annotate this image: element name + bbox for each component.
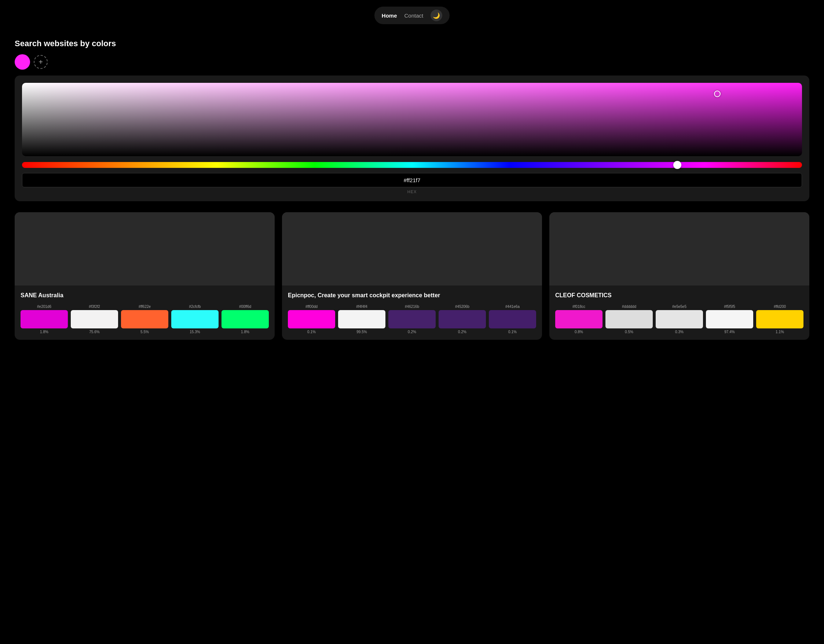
palette-pct: 0.2% — [458, 330, 466, 334]
result-card[interactable]: CLEOF COSMETICS#f018cc0.8%#dddddd0.5%#e5… — [549, 212, 809, 340]
palette-hex-label: #e201d6 — [37, 305, 51, 309]
nav-contact[interactable]: Contact — [404, 12, 423, 19]
palette-hex-label: #f3f2f2 — [89, 305, 100, 309]
gradient-handle[interactable] — [714, 90, 721, 97]
color-palette-row: #f018cc0.8%#dddddd0.5%#e5e5e50.3%#f5f5f5… — [555, 305, 804, 334]
palette-pct: 0.1% — [508, 330, 517, 334]
palette-swatch[interactable] — [71, 310, 118, 328]
dark-mode-toggle[interactable]: 🌙 — [430, 9, 442, 21]
palette-hex-label: #ff00dd — [306, 305, 318, 309]
result-card-image — [549, 212, 809, 285]
palette-pct: 0.3% — [675, 330, 684, 334]
color-picker: HEX — [15, 75, 809, 201]
color-palette-row: #ff00dd0.1%#f4f4f499.5%#46216b0.2%#45206… — [288, 305, 536, 334]
palette-item: #46216b0.2% — [388, 305, 436, 334]
result-card-image — [282, 212, 542, 285]
result-card-title: Epicnpoc, Create your smart cockpit expe… — [288, 291, 536, 299]
palette-hex-label: #f018cc — [572, 305, 585, 309]
palette-pct: 15.3% — [190, 330, 200, 334]
palette-hex-label: #f5f5f5 — [724, 305, 735, 309]
palette-pct: 75.6% — [89, 330, 99, 334]
navigation: Home Contact 🌙 — [0, 0, 824, 28]
palette-item: #ff00dd0.1% — [288, 305, 335, 334]
palette-pct: 0.1% — [307, 330, 316, 334]
palette-item: #ffd2001.1% — [756, 305, 804, 334]
selected-color-swatch[interactable] — [15, 54, 30, 70]
palette-hex-label: #e5e5e5 — [672, 305, 687, 309]
palette-hex-label: #00ff6d — [239, 305, 251, 309]
palette-pct: 99.5% — [357, 330, 367, 334]
result-card-title: SANE Australia — [20, 291, 269, 299]
palette-item: #ff622e5.5% — [121, 305, 168, 334]
palette-swatch[interactable] — [489, 310, 536, 328]
palette-item: #441e6a0.1% — [489, 305, 536, 334]
color-swatches-row: + — [15, 54, 809, 70]
palette-item: #00ff6d1.8% — [221, 305, 269, 334]
palette-pct: 1.8% — [40, 330, 48, 334]
palette-swatch[interactable] — [388, 310, 436, 328]
palette-pct: 1.8% — [241, 330, 249, 334]
nav-home[interactable]: Home — [382, 12, 397, 19]
hex-input-row: HEX — [22, 173, 802, 194]
palette-pct: 97.4% — [724, 330, 735, 334]
palette-item: #e5e5e50.3% — [656, 305, 703, 334]
results-grid: SANE Australia#e201d61.8%#f3f2f275.6%#ff… — [15, 212, 809, 340]
palette-swatch[interactable] — [706, 310, 753, 328]
palette-swatch[interactable] — [121, 310, 168, 328]
palette-swatch[interactable] — [555, 310, 603, 328]
add-color-button[interactable]: + — [34, 55, 48, 69]
result-card-body: SANE Australia#e201d61.8%#f3f2f275.6%#ff… — [15, 285, 275, 340]
page-title: Search websites by colors — [15, 39, 809, 48]
palette-swatch[interactable] — [756, 310, 804, 328]
palette-pct: 5.5% — [140, 330, 149, 334]
palette-item: #f5f5f597.4% — [706, 305, 753, 334]
palette-hex-label: #ffd200 — [774, 305, 786, 309]
main-content: Search websites by colors + HEX SANE Aus… — [0, 28, 824, 351]
palette-swatch[interactable] — [221, 310, 269, 328]
palette-hex-label: #dddddd — [622, 305, 636, 309]
palette-item: #e201d61.8% — [20, 305, 68, 334]
moon-icon: 🌙 — [433, 12, 440, 19]
result-card-body: CLEOF COSMETICS#f018cc0.8%#dddddd0.5%#e5… — [549, 285, 809, 340]
palette-swatch[interactable] — [288, 310, 335, 328]
color-palette-row: #e201d61.8%#f3f2f275.6%#ff622e5.5%#2cfcf… — [20, 305, 269, 334]
palette-hex-label: #441e6a — [505, 305, 520, 309]
nav-pill: Home Contact 🌙 — [374, 6, 450, 24]
palette-pct: 0.8% — [575, 330, 583, 334]
palette-item: #2cfcfb15.3% — [171, 305, 218, 334]
palette-pct: 0.2% — [408, 330, 416, 334]
palette-item: #dddddd0.5% — [606, 305, 653, 334]
palette-item: #f4f4f499.5% — [338, 305, 386, 334]
palette-swatch[interactable] — [656, 310, 703, 328]
result-card-title: CLEOF COSMETICS — [555, 291, 804, 299]
result-card[interactable]: SANE Australia#e201d61.8%#f3f2f275.6%#ff… — [15, 212, 275, 340]
result-card-body: Epicnpoc, Create your smart cockpit expe… — [282, 285, 542, 340]
palette-swatch[interactable] — [20, 310, 68, 328]
hex-input[interactable] — [22, 173, 802, 187]
color-gradient-area[interactable] — [22, 83, 802, 156]
hue-slider[interactable] — [22, 162, 802, 168]
palette-pct: 0.5% — [625, 330, 633, 334]
hue-slider-handle[interactable] — [673, 161, 681, 169]
hue-slider-track — [22, 162, 802, 168]
palette-item: #f3f2f275.6% — [71, 305, 118, 334]
palette-hex-label: #f4f4f4 — [356, 305, 367, 309]
palette-pct: 1.1% — [776, 330, 784, 334]
hex-label: HEX — [407, 190, 417, 194]
palette-item: #f018cc0.8% — [555, 305, 603, 334]
palette-swatch[interactable] — [338, 310, 386, 328]
palette-swatch[interactable] — [438, 310, 486, 328]
result-card[interactable]: Epicnpoc, Create your smart cockpit expe… — [282, 212, 542, 340]
palette-hex-label: #ff622e — [138, 305, 151, 309]
palette-hex-label: #45206b — [455, 305, 469, 309]
result-card-image — [15, 212, 275, 285]
palette-item: #45206b0.2% — [438, 305, 486, 334]
palette-hex-label: #46216b — [405, 305, 419, 309]
palette-hex-label: #2cfcfb — [189, 305, 201, 309]
palette-swatch[interactable] — [606, 310, 653, 328]
palette-swatch[interactable] — [171, 310, 218, 328]
